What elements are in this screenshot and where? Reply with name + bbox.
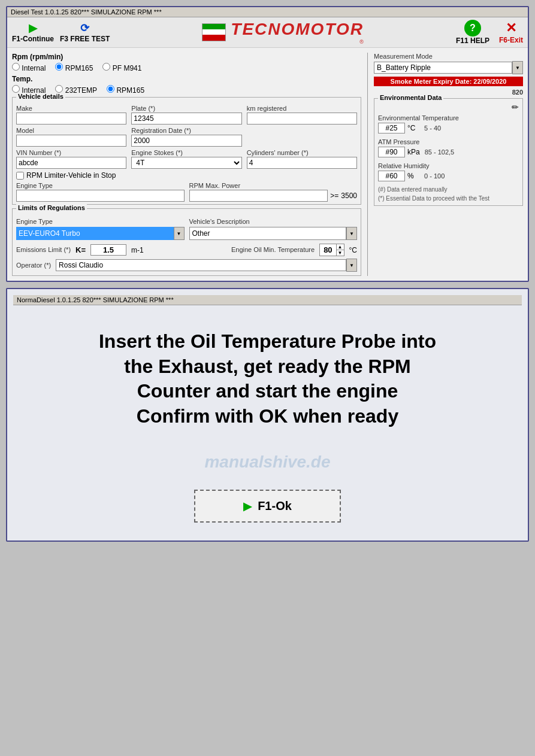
env-note-hash: (#) Data entered manually: [378, 186, 519, 193]
plate-input[interactable]: [131, 113, 241, 125]
empty-cell: [247, 127, 357, 147]
vehicle-details-section: Vehicle details Make Plate (*) km regist…: [12, 97, 361, 205]
rpm-internal-radio[interactable]: [12, 63, 20, 71]
km-field-group: km registered: [247, 105, 357, 125]
registration-label: Registration Date (*): [131, 127, 241, 134]
f3-icon: ⟳: [80, 22, 89, 35]
smoke-meter-text: Smoke Meter Expiry Date: 22/09/2020: [391, 78, 507, 85]
cylinders-input[interactable]: [247, 157, 357, 169]
engine-type-selected[interactable]: EEV-EURO4 Turbo: [16, 227, 174, 240]
model-field-group: Model: [16, 127, 126, 147]
temp-232-radio[interactable]: [55, 85, 63, 93]
f6-label: F6-Exit: [499, 36, 523, 44]
vehicle-desc-field: Other: [189, 227, 347, 240]
rpm-pfm941-radio[interactable]: [102, 63, 110, 71]
edit-pen-icon[interactable]: ✏: [512, 102, 519, 112]
f1-ok-button[interactable]: ▶ F1-Ok: [194, 490, 341, 523]
temp-internal-radio[interactable]: [12, 85, 20, 93]
registration-field-group: Registration Date (*): [131, 127, 241, 147]
limits-section: Limits of Regulations Engine Type EEV-EU…: [12, 208, 361, 276]
rpm-rpm165-radio-label[interactable]: RPM165: [55, 63, 93, 72]
top-title-text: Diesel Test 1.0.1.25 820*** SIMULAZIONE …: [11, 8, 162, 16]
rel-humidity-value[interactable]: #60: [378, 171, 405, 181]
toolbar: ▶ F1-Continue ⟳ F3 FREE TEST TECNOMOTOR …: [7, 17, 528, 48]
rpm-internal-radio-label[interactable]: Internal: [12, 63, 46, 72]
main-content: Rpm (rpm/min) Internal RPM165: [7, 48, 528, 281]
rpm-internal-text: Internal: [22, 64, 46, 72]
f3-free-test-button[interactable]: ⟳ F3 FREE TEST: [60, 22, 110, 43]
rpm-pfm941-radio-label[interactable]: PF M941: [102, 63, 141, 72]
engine-oil-up-button[interactable]: ▲: [337, 244, 344, 250]
vehicle-desc-dropdown-arrow[interactable]: ▼: [346, 227, 357, 240]
engine-type-field-group: Engine Type: [16, 182, 185, 202]
rpm-row1: Internal RPM165 PF M941: [12, 63, 361, 72]
exit-x-icon: ✕: [506, 20, 516, 36]
measurement-select-container: B_Battery Ripple ▼: [374, 61, 523, 74]
make-label: Make: [16, 105, 126, 112]
f3-label: F3 FREE TEST: [60, 35, 110, 43]
env-temp-row: Environmental Temperature #25 °C 5 - 40: [378, 114, 519, 133]
model-input[interactable]: [16, 135, 126, 147]
temp-rpm165-radio[interactable]: [107, 85, 114, 93]
vin-label: VIN Number (*): [16, 149, 126, 156]
operator-label: Operator (*): [16, 262, 51, 269]
km-label: km registered: [247, 105, 357, 112]
rpm-limiter-text: RPM Limiter-Vehicle in Stop: [26, 171, 116, 180]
limits-engine-type-label: Engine Type: [16, 218, 53, 225]
rel-humidity-unit: %: [407, 172, 419, 180]
rpm-max-power-field-group: RPM Max. Power >= 3500: [189, 182, 358, 202]
temp-rpm165-text: RPM165: [116, 86, 144, 95]
vehicle-desc-label: Vehicle's Description: [189, 218, 250, 225]
operator-field[interactable]: Rossi Claudio: [56, 259, 346, 271]
measurement-mode-field[interactable]: B_Battery Ripple: [374, 62, 512, 74]
km-input[interactable]: [247, 113, 357, 125]
rel-humidity-range: 0 - 100: [424, 172, 445, 180]
rpm-limiter-row: RPM Limiter-Vehicle in Stop: [16, 171, 357, 180]
temp-section: Temp. Internal 232TEMP RPM: [12, 75, 361, 95]
temp-rpm165-radio-label[interactable]: RPM165: [107, 85, 144, 95]
rpm-max-power-input[interactable]: [189, 190, 328, 202]
instruction-line2: the Exhaust, get ready the RPM: [124, 356, 410, 377]
f1-continue-button[interactable]: ▶ F1-Continue: [12, 22, 54, 43]
temp-label: Temp.: [12, 75, 361, 83]
instruction-line1: Insert the Oil Temperature Probe into: [99, 330, 436, 352]
engine-oil-value-container: 80 ▲ ▼: [319, 244, 344, 256]
measurement-mode-dropdown-arrow[interactable]: ▼: [512, 61, 523, 74]
vin-input[interactable]: [16, 157, 126, 169]
ok-button-container: ▶ F1-Ok: [13, 490, 522, 523]
watermark: manualshive.de: [13, 453, 522, 472]
cylinders-field-group: Cylinders' number (*): [247, 149, 357, 169]
engine-type-input[interactable]: [16, 190, 185, 202]
f11-help-button[interactable]: ? F11 HELP: [456, 20, 489, 45]
operator-dropdown-arrow[interactable]: ▼: [346, 259, 357, 272]
gte-symbol: >=: [330, 192, 338, 200]
instruction-line3: Counter and start the engine: [137, 380, 398, 402]
ok-button-label: F1-Ok: [258, 499, 292, 513]
env-temp-value[interactable]: #25: [378, 123, 405, 133]
atm-pressure-value[interactable]: #90: [378, 147, 405, 157]
f6-exit-button[interactable]: ✕ F6-Exit: [499, 20, 523, 44]
k-value-box[interactable]: 1.5: [90, 244, 126, 256]
toolbar-right: ? F11 HELP ✕ F6-Exit: [456, 20, 523, 45]
atm-pressure-label: ATM Pressure: [378, 138, 519, 145]
k-equals-text: K=: [75, 245, 86, 254]
emissions-limit-label: Emissions Limit (*): [16, 246, 71, 253]
make-input[interactable]: [16, 113, 126, 125]
engine-oil-unit: °C: [349, 246, 357, 254]
make-field-group: Make: [16, 105, 126, 125]
env-temp-range: 5 - 40: [424, 125, 441, 132]
rpm-limiter-checkbox[interactable]: [16, 172, 24, 180]
pen-icon-container: ✏: [378, 102, 519, 112]
engine-type-dropdown-arrow[interactable]: ▼: [174, 227, 185, 240]
registration-input[interactable]: [131, 135, 241, 147]
rel-humidity-label: Relative Humidity: [378, 162, 519, 169]
model-label: Model: [16, 127, 126, 134]
engine-stokes-select[interactable]: 4T 2T: [131, 157, 241, 169]
operator-value-text: Rossi Claudio: [59, 261, 103, 269]
atm-pressure-range: 85 - 102,5: [425, 148, 455, 156]
engine-oil-value: 80: [320, 245, 335, 255]
rpm-rpm165-radio[interactable]: [55, 63, 63, 71]
engine-oil-down-button[interactable]: ▼: [337, 250, 344, 256]
help-circle-icon: ?: [464, 20, 481, 37]
italian-flag-icon: [202, 23, 226, 41]
